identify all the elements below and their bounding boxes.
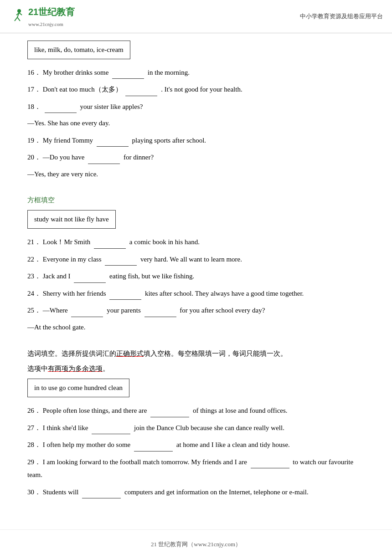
q22-text-before: Everyone in my class [43,256,102,263]
section3-instr2-text1: 选项中 [27,365,48,372]
q24-num: 24． [27,290,41,297]
q21-num: 21． [27,238,41,246]
q25-answer-text: —At the school gate. [27,323,85,331]
q26-text-after: of things at lose and found offices. [193,407,288,414]
question-17: 17． Don't eat too much（太多） . It's not go… [27,82,365,96]
question-25-answer: —At the school gate. [27,321,365,334]
footer-text: 21 世纪教育网（www.21cnjy.com） [151,541,241,548]
q23-blank [74,269,106,283]
q19-blank [97,133,129,147]
q19-num: 19． [27,137,41,144]
logo-main-text: 21世纪教育 [28,4,75,20]
q28-text-before: I often help my mother do some [43,441,130,448]
section3-instr2-text2: 。 [103,365,109,372]
q28-num: 28． [27,441,41,448]
question-18-answer: —Yes. She has one every day. [27,117,365,130]
q17-text-after: . It's not good for your health. [161,86,242,93]
question-25: 25． —Where your parents for you after sc… [27,303,365,317]
q22-num: 22． [27,256,41,263]
question-16: 16． My brother drinks some in the mornin… [27,66,365,79]
q22-blank [105,252,137,266]
q30-num: 30． [27,488,41,496]
q19-text-after: playing sports after school. [132,137,206,144]
section2-word-box: study wait not like fly have [27,210,116,229]
section2-title: 方框填空 [27,194,365,206]
q16-blank [112,66,144,79]
question-27: 27． I think she'd like join the Dance Cl… [27,421,365,435]
q22-text-after: very hard. We all want to learn more. [140,256,242,263]
q27-blank [92,421,130,435]
q26-blank [150,404,189,417]
q20-blank [88,150,120,164]
svg-point-0 [17,9,21,13]
section3-instr1-underline: 正确形式 [116,350,144,357]
footer: 21 世纪教育网（www.21cnjy.com） [0,529,392,554]
question-19: 19． My friend Tommy playing sports after… [27,133,365,147]
section1-word-box: like, milk, do, tomato, ice-cream [27,41,130,59]
q16-num: 16． [27,69,41,76]
question-18: 18． your sister like apples? [27,100,365,113]
q23-text-before: Jack and I [43,272,71,280]
section3-instruction1: 选词填空。选择所提供词汇的正确形式填入空格。每空格限填一词，每词只能填一次。 [27,347,365,360]
q20-answer-text: —Yes, they are very nice. [27,170,98,178]
q25-blank2 [144,303,176,317]
q25-text-mid: your parents [107,307,142,314]
q30-blank [82,485,121,499]
section3-instruction2: 选项中有两项为多余选项。 [27,362,365,375]
question-21: 21． Look！Mr Smith a comic book in his ha… [27,235,365,249]
q28-blank [134,438,173,451]
section3-instr2-underline: 有两项为多余选项 [48,365,103,372]
q29-text-before: I am looking forward to the football mat… [43,458,247,466]
q27-text-after: join the Dance Club because she can danc… [134,424,284,431]
q30-text-after: computers and get information on the Int… [124,488,309,496]
q25-text-after2: for you after school every day? [180,307,265,314]
question-20-answer: —Yes, they are very nice. [27,168,365,181]
q26-num: 26． [27,407,41,414]
question-22: 22． Everyone in my class very hard. We a… [27,252,365,266]
q17-num: 17． [27,86,41,93]
question-29: 29． I am looking forward to the football… [27,455,365,482]
q27-text-before: I think she'd like [43,424,88,431]
q20-num: 20． [27,154,41,161]
q16-text-after: in the morning. [148,69,190,76]
header-tagline: 中小学教育资源及组卷应用平台 [300,11,383,21]
q20-text-after: for dinner? [124,154,154,161]
q20-text-before: —Do you have [43,154,85,161]
question-30: 30． Students will computers and get info… [27,485,365,499]
q24-text-after: kites after school. They always have a g… [145,290,304,297]
q21-text-before: Look！Mr Smith [43,238,91,246]
q17-blank [125,82,157,96]
q23-text-after: eating fish, but we like fishing. [109,272,194,280]
logo-area: 21世纪教育 www.21cnjy.com [9,4,75,29]
q24-text-before: Sherry with her friends [43,290,106,297]
question-26: 26． People often lose things, and there … [27,404,365,417]
question-20: 20． —Do you have for dinner? [27,150,365,164]
header: 21世纪教育 www.21cnjy.com 中小学教育资源及组卷应用平台 [0,0,392,33]
q18-text-after: your sister like apples? [80,103,143,110]
q25-text-before: —Where [43,307,68,314]
q21-text-after: a comic book in his hand. [129,238,200,246]
svg-line-2 [15,17,17,21]
q21-blank [94,235,126,249]
q29-blank [251,455,289,469]
q30-text-before: Students will [43,488,79,496]
question-24: 24． Sherry with her friends kites after … [27,287,365,300]
q25-blank1 [71,303,103,317]
q23-num: 23． [27,272,41,280]
q17-text-before: Don't eat too much（太多） [43,86,122,93]
q24-blank [109,287,141,300]
q25-num: 25． [27,307,41,314]
svg-line-4 [19,13,22,15]
section3-instr1-text: 选词填空。选择所提供词汇的 [27,350,116,357]
section3-word-box-wrapper: in to use go come hundred clean [27,379,365,404]
q19-text-before: My friend Tommy [43,137,93,144]
q16-text-before: My brother drinks some [43,69,109,76]
question-28: 28． I often help my mother do some at ho… [27,438,365,451]
q18-answer-text: —Yes. She has one every day. [27,119,110,127]
main-content: like, milk, do, tomato, ice-cream 16． My… [0,33,392,516]
q27-num: 27． [27,424,41,431]
q29-num: 29． [27,458,41,466]
question-23: 23． Jack and I eating fish, but we like … [27,269,365,283]
q18-blank [45,100,77,113]
logo-icon [9,8,26,25]
